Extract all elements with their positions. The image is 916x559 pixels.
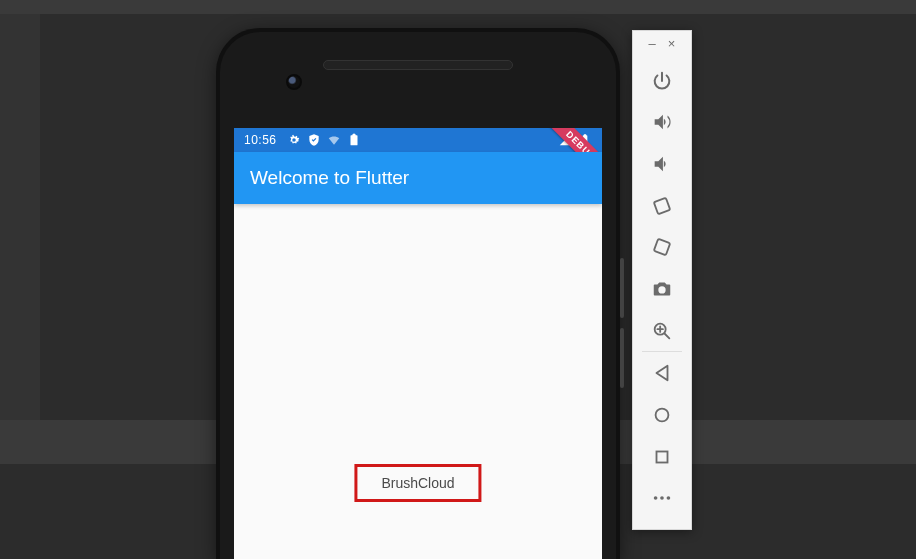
home-icon[interactable] [642,395,682,435]
power-icon[interactable] [642,61,682,101]
toolbar-separator [642,351,682,352]
volume-down-icon[interactable] [642,144,682,184]
phone-side-button [620,328,624,388]
emulator-toolbar: – × [632,30,692,530]
close-button[interactable]: × [668,37,676,50]
emulator-window-controls: – × [649,37,676,50]
flutter-app-bar: Welcome to Flutter [234,152,602,204]
more-icon[interactable] [642,478,682,518]
wifi-icon [327,133,341,147]
back-icon[interactable] [642,353,682,393]
camera-icon[interactable] [642,269,682,309]
phone-earpiece [323,60,513,70]
overview-icon[interactable] [642,437,682,477]
emulator-device-frame: 10:56 DEBUG Welcome to Flutter BrushClou… [216,28,620,559]
body-text-highlight: BrushCloud [354,464,481,502]
clipboard-icon [347,133,361,147]
status-time: 10:56 [244,133,277,147]
volume-up-icon[interactable] [642,103,682,143]
flutter-scaffold-body: BrushCloud [234,204,602,559]
phone-screen: 10:56 DEBUG Welcome to Flutter BrushClou… [234,128,602,559]
svg-rect-1 [654,239,670,255]
svg-point-6 [660,496,664,500]
zoom-in-icon[interactable] [642,311,682,351]
shield-icon [307,133,321,147]
minimize-button[interactable]: – [649,37,656,50]
phone-front-camera [286,74,302,90]
status-left-icons [287,133,361,147]
gear-icon [287,133,301,147]
svg-point-7 [667,496,671,500]
android-status-bar: 10:56 [234,128,602,152]
svg-point-3 [656,409,669,422]
phone-side-button [620,258,624,318]
body-text: BrushCloud [381,475,454,491]
rotate-left-icon[interactable] [642,186,682,226]
svg-point-5 [654,496,658,500]
svg-rect-4 [657,451,668,462]
app-bar-title: Welcome to Flutter [250,167,409,189]
svg-rect-0 [654,198,670,214]
editor-left-gutter [0,14,40,420]
rotate-right-icon[interactable] [642,228,682,268]
editor-top-band [0,0,916,14]
